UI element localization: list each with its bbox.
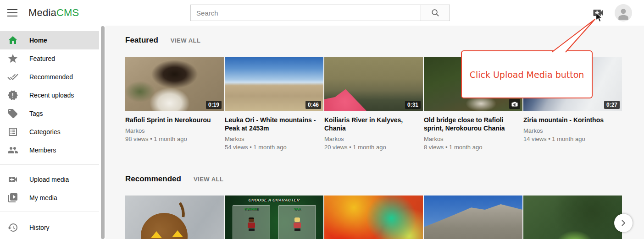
recommended-section-header: Recommended VIEW ALL [125,174,644,185]
video-author[interactable]: Markos [225,136,323,142]
sidebar-divider [0,212,99,212]
sidebar-divider [0,164,99,165]
video-meta: 20 views • 1 month ago [324,144,423,151]
done-all-icon [7,71,18,82]
video-title[interactable]: Old bridge close to Rafioli sprint, Nero… [424,116,522,132]
video-title[interactable]: Rafioli Sprint in Nerokourou [125,116,224,124]
sidebar: Home Featured Recommended Recent uploads… [0,26,105,239]
duration-badge: 0:27 [604,101,620,109]
sidebar-item-label: Home [29,37,47,44]
character-name: KWAME [233,207,270,211]
featured-view-all-link[interactable]: VIEW ALL [171,37,201,44]
history-icon [7,222,18,233]
annotation-callout: Click Upload Media button [461,50,593,98]
duration-badge: 0:46 [305,101,321,109]
star-icon [7,53,18,64]
video-thumbnail[interactable]: 0:19 [125,57,224,111]
tag-icon [7,108,18,119]
sidebar-item-label: My media [29,194,57,201]
sidebar-item-history[interactable]: History [0,218,99,237]
video-author[interactable]: Markos [523,127,622,134]
home-icon [7,35,18,46]
list-icon [7,126,18,137]
video-card[interactable]: 0:46 Leuka Ori - White mountains - Peak … [225,57,323,151]
kayak-shape [324,80,383,111]
video-card[interactable]: CHOOSE A CHARACTER KWAME YAA [225,196,323,239]
people-icon [7,145,18,156]
sidebar-item-recent-uploads[interactable]: Recent uploads [0,86,99,104]
section-title: Recommended [125,174,181,184]
video-thumbnail[interactable] [324,196,423,239]
new-releases-icon [7,90,18,101]
video-call-icon [7,174,18,185]
character-figure [247,217,255,231]
video-card[interactable] [523,196,622,239]
sidebar-scrollbar[interactable] [101,26,105,239]
sidebar-item-upload-media[interactable]: Upload media [0,170,99,189]
person-icon [616,6,631,21]
video-author[interactable]: Markos [324,136,423,142]
logo-text-black: Media [28,7,56,18]
chevron-right-icon [618,217,629,228]
sidebar-item-label: History [29,224,50,231]
video-meta: 14 views • 1 month ago [523,136,622,142]
video-meta: 98 views • 1 month ago [125,136,224,142]
duration-badge: 0:31 [405,101,421,109]
video-card[interactable]: 0:19 Rafioli Sprint in Nerokourou Markos… [125,57,224,151]
sidebar-item-my-media[interactable]: My media [0,189,99,207]
carousel-next-button[interactable] [614,214,633,232]
character-panel: YAA [278,205,316,239]
video-card[interactable] [424,196,522,239]
video-library-icon [7,192,18,203]
video-thumbnail[interactable] [523,196,622,239]
video-title[interactable]: Koiliaris River in Kalyves, Chania [324,116,423,132]
sidebar-item-label: Categories [29,128,61,136]
callout-text: Click Upload Media button [470,70,584,80]
image-type-badge [509,99,520,109]
video-thumbnail[interactable]: CHOOSE A CHARACTER KWAME YAA [225,196,323,239]
menu-icon[interactable] [7,9,17,16]
video-thumbnail[interactable]: 0:46 [225,57,323,111]
sidebar-item-categories[interactable]: Categories [0,123,99,141]
user-avatar[interactable] [615,4,632,22]
video-meta: 54 views • 1 month ago [225,144,323,151]
logo-text-green: CMS [56,7,79,18]
video-card[interactable] [324,196,423,239]
duration-badge: 0:19 [206,101,222,109]
search-input[interactable] [190,5,421,21]
sidebar-item-label: Upload media [29,176,69,183]
sidebar-item-home[interactable]: Home [0,31,99,49]
video-title[interactable]: Leuka Ori - White mountains - Peak at 24… [225,116,323,132]
video-thumbnail[interactable] [424,196,522,239]
video-thumbnail[interactable] [125,196,224,239]
sidebar-item-label: Featured [29,55,55,62]
sidebar-item-label: Recommended [29,73,73,81]
logo[interactable]: MediaCMS [28,7,79,19]
video-card[interactable]: 0:31 Koiliaris River in Kalyves, Chania … [324,57,423,151]
callout-pointer-shape [459,13,605,55]
video-card[interactable] [125,196,224,239]
sidebar-item-featured[interactable]: Featured [0,49,99,68]
sidebar-item-tags[interactable]: Tags [0,104,99,123]
sidebar-item-label: Members [29,147,56,154]
video-thumbnail[interactable]: 0:31 [324,57,423,111]
sidebar-item-members[interactable]: Members [0,141,99,159]
sidebar-item-label: Tags [29,110,43,117]
mountain-shape [424,196,522,239]
search-icon [431,8,440,17]
search-bar [190,5,450,21]
character-name: YAA [279,207,316,211]
recommended-cards-row: CHOOSE A CHARACTER KWAME YAA [125,196,644,239]
search-button[interactable] [421,5,450,21]
video-author[interactable]: Markos [125,127,224,134]
character-figure [293,217,301,231]
video-meta: 8 views • 1 month ago [424,144,522,151]
camera-icon [511,102,518,107]
game-heading-text: CHOOSE A CHARACTER [225,198,323,202]
video-author[interactable]: Markos [424,136,522,142]
video-title[interactable]: Ziria mountain - Korinthos [523,116,622,124]
sidebar-item-label: Recent uploads [29,92,74,99]
sidebar-item-recommended[interactable]: Recommended [0,68,99,86]
recommended-view-all-link[interactable]: VIEW ALL [194,176,224,183]
section-title: Featured [125,36,158,45]
